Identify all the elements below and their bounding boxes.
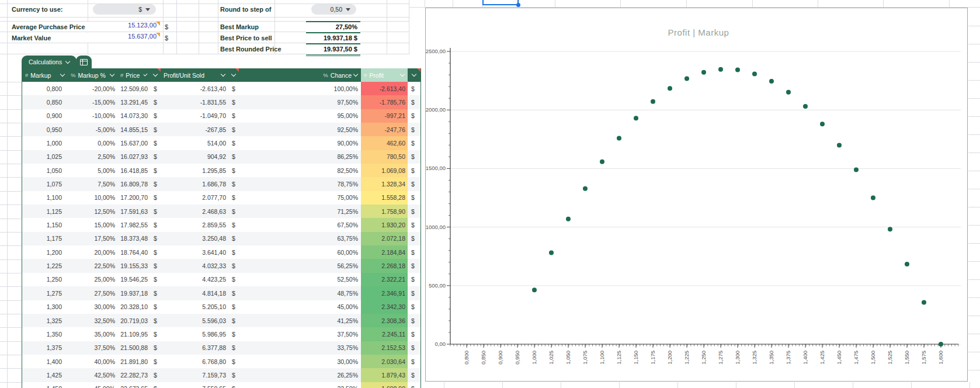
table-options-tab[interactable] [76, 56, 92, 68]
cell[interactable]: $ [408, 109, 421, 123]
round-step-dropdown[interactable]: 0,50 [311, 4, 356, 15]
cell[interactable]: 0,900 [22, 109, 68, 123]
cell[interactable]: $ [150, 300, 161, 314]
cell[interactable]: 40,00% [68, 355, 117, 368]
cell[interactable]: $ [150, 218, 161, 231]
cell[interactable]: 33,75% [239, 341, 361, 355]
cell[interactable]: 1,325 [22, 314, 68, 327]
cell[interactable]: $ [150, 327, 161, 341]
cell[interactable]: 5.596,03 [161, 314, 228, 327]
cell[interactable]: $ [150, 314, 161, 327]
cell[interactable]: 45,00% [68, 382, 117, 388]
cell[interactable]: -10,00% [68, 109, 117, 123]
cell[interactable]: 1,450 [22, 382, 68, 388]
cell[interactable]: 7.159,73 [161, 368, 228, 382]
selected-cell[interactable] [482, 0, 519, 5]
cell[interactable]: $ [228, 109, 239, 123]
cell[interactable]: 2.346,91 [361, 286, 408, 300]
cell[interactable]: 5.986,95 [161, 327, 228, 341]
cell[interactable]: 2.308,36 [361, 314, 408, 327]
cell[interactable]: $ [228, 341, 239, 355]
cell[interactable]: -1.831,55 [161, 95, 228, 109]
cell[interactable]: 20,00% [68, 245, 117, 259]
cell[interactable]: 2.859,55 [161, 218, 228, 231]
cell[interactable]: 2.184,84 [361, 245, 408, 259]
cell[interactable]: 1.069,08 [361, 164, 408, 177]
cell[interactable]: 462,60 [361, 136, 408, 150]
cell[interactable]: 15,00% [68, 218, 117, 231]
cell[interactable]: 14.855,15 [117, 123, 150, 136]
cell[interactable]: $ [228, 205, 239, 218]
chevron-down-icon[interactable] [400, 72, 405, 77]
cell[interactable]: $ [150, 368, 161, 382]
cell[interactable]: $ [408, 327, 421, 341]
cell[interactable]: $ [228, 95, 239, 109]
chevron-down-icon[interactable] [110, 72, 114, 77]
cell[interactable]: 1.930,20 [361, 218, 408, 231]
cell[interactable]: 1,275 [22, 286, 68, 300]
cell[interactable]: $ [228, 218, 239, 231]
cell[interactable]: 2,50% [68, 150, 117, 164]
cell[interactable]: 17.982,55 [117, 218, 150, 231]
column-header-profit-unit-sold[interactable]: Profit/Unit Sold [161, 68, 228, 82]
cell[interactable]: 12.509,60 [117, 82, 150, 95]
column-header-price[interactable]: #Price [117, 68, 150, 82]
column-header-profit[interactable]: #Profit [361, 68, 408, 82]
cell[interactable]: $ [150, 259, 161, 272]
cell[interactable]: 52,50% [239, 273, 361, 286]
cell[interactable]: 37,50% [68, 341, 117, 355]
cell[interactable]: 16.418,85 [117, 164, 150, 177]
cell[interactable]: $ [228, 245, 239, 259]
cell[interactable]: $ [150, 205, 161, 218]
chevron-down-icon[interactable] [231, 72, 236, 77]
cell[interactable]: $ [150, 82, 161, 95]
cell[interactable]: 21.109,95 [117, 327, 150, 341]
cell[interactable]: 1,125 [22, 205, 68, 218]
cell[interactable]: 95,00% [239, 109, 361, 123]
cell[interactable]: 18.373,48 [117, 232, 150, 245]
cell[interactable]: 1,400 [22, 355, 68, 368]
cell[interactable]: $ [408, 205, 421, 218]
cell[interactable]: -2.613,40 [361, 82, 408, 95]
cell[interactable]: 0,850 [22, 95, 68, 109]
chevron-down-icon[interactable] [144, 72, 148, 77]
cell[interactable]: 67,50% [239, 218, 361, 231]
cell[interactable]: $ [408, 273, 421, 286]
cell[interactable]: 15.637,00 [117, 136, 150, 150]
cell[interactable]: 17.200,70 [117, 191, 150, 205]
cell[interactable]: 90,00% [239, 136, 361, 150]
cell[interactable]: $ [408, 177, 421, 190]
cell[interactable]: 30,00% [68, 300, 117, 314]
cell[interactable]: 22,50% [68, 259, 117, 272]
cell[interactable]: 13.291,45 [117, 95, 150, 109]
cell[interactable]: -1.049,70 [161, 109, 228, 123]
cell[interactable]: 22,50% [239, 382, 361, 388]
cell[interactable]: -997,21 [361, 109, 408, 123]
cell[interactable]: 20.719,03 [117, 314, 150, 327]
cell[interactable]: $ [228, 355, 239, 368]
cell[interactable]: 1,425 [22, 368, 68, 382]
cell[interactable]: 25,00% [68, 273, 117, 286]
column-header-chance[interactable]: %Chance [239, 68, 361, 82]
cell[interactable]: $ [228, 259, 239, 272]
cell[interactable]: 1,075 [22, 177, 68, 190]
cell[interactable]: $ [408, 259, 421, 272]
cell[interactable]: 6.377,88 [161, 341, 228, 355]
cell[interactable]: 2.152,53 [361, 341, 408, 355]
cell[interactable]: 1,250 [22, 273, 68, 286]
cell[interactable]: 19.546,25 [117, 273, 150, 286]
cell[interactable]: 1.686,78 [161, 177, 228, 190]
cell[interactable]: 1.295,85 [161, 164, 228, 177]
cell[interactable]: $ [228, 327, 239, 341]
cell[interactable]: $ [228, 150, 239, 164]
cell[interactable]: 82,50% [239, 164, 361, 177]
cell[interactable]: 19.937,18 [117, 286, 150, 300]
cell[interactable]: $ [228, 136, 239, 150]
cell[interactable]: 19.155,33 [117, 259, 150, 272]
cell[interactable]: 6.768,80 [161, 355, 228, 368]
cell[interactable]: 7,50% [68, 177, 117, 190]
column-header-markup-[interactable]: %Markup % [68, 68, 117, 82]
cell[interactable]: 45,00% [239, 300, 361, 314]
cell[interactable]: $ [408, 232, 421, 245]
cell[interactable]: 22.673,65 [117, 382, 150, 388]
